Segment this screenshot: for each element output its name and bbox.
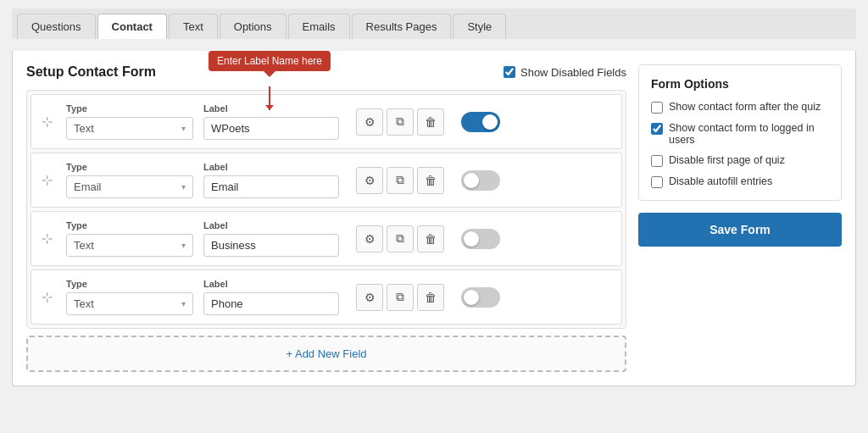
toggle-switch[interactable] bbox=[461, 229, 500, 249]
type-select-value: Text bbox=[74, 239, 176, 252]
type-select[interactable]: Text ▾ bbox=[66, 117, 193, 140]
form-row: ⊹ Type Text ▾ Label ⚙ bbox=[31, 269, 622, 325]
type-label: Type bbox=[66, 279, 193, 289]
trash-icon: 🗑 bbox=[425, 115, 437, 129]
type-group: Type Text ▾ bbox=[66, 220, 193, 257]
form-options-card: Form Options Show contact form after the… bbox=[638, 64, 842, 201]
option-label-1: Show contact form after the quiz bbox=[669, 101, 821, 113]
toggle-thumb bbox=[464, 231, 479, 247]
delete-button[interactable]: 🗑 bbox=[417, 225, 444, 253]
tab-results-pages[interactable]: Results Pages bbox=[352, 14, 452, 39]
toggle-switch[interactable] bbox=[461, 112, 500, 132]
add-new-field-button[interactable]: + Add New Field bbox=[26, 336, 626, 372]
label-col-label: Label bbox=[203, 162, 339, 172]
drag-handle-icon[interactable]: ⊹ bbox=[42, 289, 53, 305]
option-checkbox-1[interactable] bbox=[651, 102, 663, 114]
toggle-thumb bbox=[464, 173, 479, 188]
trash-icon: 🗑 bbox=[425, 232, 437, 246]
settings-button[interactable]: ⚙ bbox=[356, 108, 383, 136]
label-input[interactable] bbox=[203, 117, 339, 140]
form-options-title: Form Options bbox=[651, 77, 829, 91]
type-select[interactable]: Text ▾ bbox=[66, 234, 193, 257]
copy-button[interactable]: ⧉ bbox=[387, 284, 414, 311]
tab-questions[interactable]: Questions bbox=[17, 14, 96, 39]
toggle-track[interactable] bbox=[461, 229, 500, 249]
row-actions: ⚙ ⧉ 🗑 bbox=[356, 108, 444, 136]
copy-icon: ⧉ bbox=[396, 114, 404, 129]
type-group: Type Text ▾ bbox=[66, 103, 193, 140]
label-input[interactable] bbox=[203, 175, 339, 198]
option-label-2: Show contact form to logged in users bbox=[669, 122, 829, 146]
form-row: ⊹ Type Email ▾ Label ⚙ bbox=[31, 153, 622, 208]
toggle-switch[interactable] bbox=[461, 170, 500, 191]
toggle-track[interactable] bbox=[461, 170, 500, 191]
tab-options[interactable]: Options bbox=[220, 14, 287, 39]
type-select-value: Email bbox=[74, 180, 176, 193]
toggle-track[interactable] bbox=[461, 112, 500, 132]
tooltip-bubble: Enter Label Name here bbox=[209, 51, 331, 71]
tab-style[interactable]: Style bbox=[453, 14, 506, 39]
copy-button[interactable]: ⧉ bbox=[387, 108, 414, 136]
type-label: Type bbox=[66, 162, 193, 172]
chevron-down-icon: ▾ bbox=[181, 241, 186, 250]
drag-handle-icon[interactable]: ⊹ bbox=[42, 114, 53, 130]
gear-icon: ⚙ bbox=[364, 232, 376, 246]
row-actions: ⚙ ⧉ 🗑 bbox=[356, 167, 444, 194]
toggle-thumb bbox=[464, 290, 479, 305]
toggle-thumb bbox=[482, 114, 498, 130]
save-form-button[interactable]: Save Form bbox=[638, 213, 842, 247]
row-actions: ⚙ ⧉ 🗑 bbox=[356, 284, 444, 311]
toggle-switch[interactable] bbox=[461, 287, 500, 308]
tooltip-container: Enter Label Name here bbox=[269, 86, 270, 110]
option-checkbox-2[interactable] bbox=[651, 123, 663, 135]
settings-button[interactable]: ⚙ bbox=[356, 225, 383, 253]
drag-handle-icon[interactable]: ⊹ bbox=[42, 172, 53, 188]
type-select[interactable]: Text ▾ bbox=[66, 292, 193, 315]
delete-button[interactable]: 🗑 bbox=[417, 167, 444, 194]
copy-button[interactable]: ⧉ bbox=[387, 167, 414, 194]
copy-icon: ⧉ bbox=[396, 231, 404, 246]
row-actions: ⚙ ⧉ 🗑 bbox=[356, 225, 444, 253]
delete-button[interactable]: 🗑 bbox=[417, 284, 444, 311]
trash-icon: 🗑 bbox=[425, 291, 437, 304]
settings-button[interactable]: ⚙ bbox=[356, 167, 383, 194]
section-title: Setup Contact Form bbox=[26, 64, 156, 80]
trash-icon: 🗑 bbox=[425, 174, 437, 187]
label-input[interactable] bbox=[203, 292, 339, 315]
type-label: Type bbox=[66, 103, 193, 114]
option-item: Show contact form to logged in users bbox=[651, 122, 829, 146]
show-disabled-label: Show Disabled Fields bbox=[520, 66, 626, 79]
chevron-down-icon: ▾ bbox=[181, 124, 186, 133]
delete-button[interactable]: 🗑 bbox=[417, 108, 444, 136]
drag-handle-icon[interactable]: ⊹ bbox=[42, 230, 53, 247]
show-disabled-container: Show Disabled Fields bbox=[504, 66, 626, 79]
form-rows-container: Enter Label Name here ⊹ Type Text ▾ bbox=[26, 90, 626, 329]
label-col-label: Label bbox=[203, 279, 339, 289]
option-label-4: Disable autofill entries bbox=[669, 175, 772, 187]
type-select-value: Text bbox=[74, 297, 176, 310]
show-disabled-checkbox[interactable] bbox=[504, 66, 515, 78]
toggle-track[interactable] bbox=[461, 287, 500, 308]
copy-icon: ⧉ bbox=[396, 290, 404, 304]
option-checkbox-3[interactable] bbox=[651, 155, 663, 167]
type-select[interactable]: Email ▾ bbox=[66, 175, 193, 198]
gear-icon: ⚙ bbox=[364, 174, 376, 187]
label-input[interactable] bbox=[203, 234, 339, 257]
chevron-down-icon: ▾ bbox=[181, 299, 186, 308]
option-item: Disable autofill entries bbox=[651, 175, 829, 188]
tab-emails[interactable]: Emails bbox=[288, 14, 350, 39]
tab-contact[interactable]: Contact bbox=[97, 14, 167, 39]
left-panel: Setup Contact Form Show Disabled Fields … bbox=[26, 64, 626, 372]
copy-icon: ⧉ bbox=[396, 173, 404, 187]
option-checkbox-4[interactable] bbox=[651, 176, 663, 188]
label-group: Label bbox=[203, 220, 339, 257]
tab-bar: Questions Contact Text Options Emails Re… bbox=[12, 8, 856, 39]
settings-button[interactable]: ⚙ bbox=[356, 284, 383, 311]
type-group: Type Email ▾ bbox=[66, 162, 193, 198]
tab-text[interactable]: Text bbox=[169, 14, 218, 39]
label-col-label: Label bbox=[203, 220, 339, 230]
copy-button[interactable]: ⧉ bbox=[387, 225, 414, 253]
chevron-down-icon: ▾ bbox=[181, 182, 186, 192]
label-group: Label bbox=[203, 162, 339, 198]
option-item: Show contact form after the quiz bbox=[651, 101, 829, 114]
